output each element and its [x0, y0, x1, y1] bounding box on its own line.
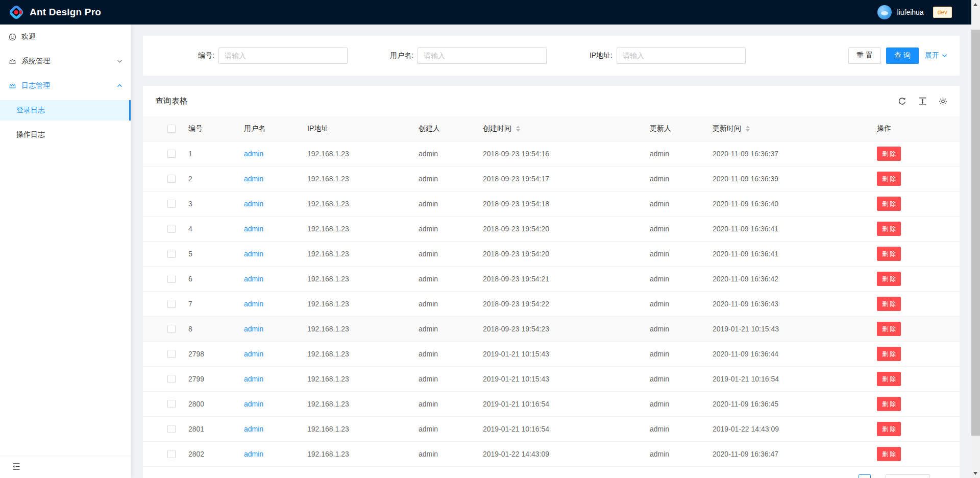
row-checkbox[interactable] — [167, 275, 176, 283]
row-checkbox[interactable] — [167, 350, 176, 358]
username-link[interactable]: admin — [244, 350, 263, 358]
row-checkbox[interactable] — [167, 400, 176, 408]
row-checkbox[interactable] — [167, 225, 176, 233]
query-button[interactable]: 查 询 — [886, 47, 919, 64]
delete-button[interactable]: 删 除 — [877, 322, 901, 336]
row-checkbox[interactable] — [167, 200, 176, 208]
menu-fold-icon[interactable] — [12, 463, 21, 471]
column-height-icon[interactable] — [918, 97, 927, 106]
ip-input[interactable] — [617, 47, 746, 64]
username-link[interactable]: admin — [244, 175, 263, 183]
caret-sorter-icon[interactable] — [746, 126, 750, 132]
pagination-current-page[interactable] — [859, 474, 871, 478]
username-input[interactable] — [418, 47, 547, 64]
sidebar-item-system-management[interactable]: 系统管理 — [0, 51, 131, 71]
delete-button[interactable]: 删 除 — [877, 447, 901, 461]
cell-username: admin — [244, 250, 307, 258]
row-checkbox[interactable] — [167, 150, 176, 158]
logo-area[interactable]: Ant Design Pro — [8, 4, 101, 20]
cell-updater: admin — [650, 400, 713, 408]
table-row: 2800 admin 192.168.1.23 admin 2019-01-21… — [143, 392, 960, 417]
chevron-down-icon — [117, 59, 122, 63]
username-link[interactable]: admin — [244, 325, 263, 333]
row-checkbox[interactable] — [167, 175, 176, 183]
caret-sorter-icon[interactable] — [516, 126, 520, 132]
delete-button[interactable]: 删 除 — [877, 172, 901, 186]
crown-icon — [8, 57, 16, 65]
sidebar-item-login-log[interactable]: 登录日志 — [0, 100, 131, 121]
row-checkbox[interactable] — [167, 450, 176, 458]
cell-updater: admin — [650, 350, 713, 358]
username-link[interactable]: admin — [244, 225, 263, 233]
cell-updated: 2020-11-09 16:36:42 — [713, 275, 877, 283]
row-checkbox[interactable] — [167, 425, 176, 433]
cell-username: admin — [244, 225, 307, 233]
username-link[interactable]: admin — [244, 150, 263, 158]
delete-button[interactable]: 删 除 — [877, 397, 901, 411]
delete-button[interactable]: 删 除 — [877, 347, 901, 361]
sidebar: 欢迎 系统管理 日志管理 登录日志 — [0, 25, 131, 478]
cell-created: 2018-09-23 19:54:20 — [483, 225, 650, 233]
cell-creator: admin — [419, 450, 483, 458]
delete-button[interactable]: 删 除 — [877, 297, 901, 311]
username-link[interactable]: admin — [244, 250, 263, 258]
cell-updater: admin — [650, 425, 713, 433]
delete-button[interactable]: 删 除 — [877, 197, 901, 211]
reset-button[interactable]: 重 置 — [848, 47, 881, 64]
pagination-size-select[interactable] — [886, 474, 930, 478]
username-link[interactable]: admin — [244, 375, 263, 383]
cell-updated: 2020-11-09 16:36:41 — [713, 225, 877, 233]
delete-button[interactable]: 删 除 — [877, 422, 901, 436]
column-header-created[interactable]: 创建时间 — [483, 124, 511, 133]
expand-link[interactable]: 展开 — [925, 51, 947, 60]
username-link[interactable]: admin — [244, 400, 263, 408]
cell-id: 2 — [188, 175, 244, 183]
user-avatar[interactable] — [877, 5, 892, 19]
cell-creator: admin — [419, 325, 483, 333]
delete-button[interactable]: 删 除 — [877, 372, 901, 386]
delete-button[interactable]: 删 除 — [877, 222, 901, 236]
sidebar-item-welcome[interactable]: 欢迎 — [0, 27, 131, 47]
cell-updated: 2020-11-09 16:36:43 — [713, 300, 877, 308]
username-link[interactable]: admin — [244, 200, 263, 208]
row-checkbox[interactable] — [167, 325, 176, 333]
select-all-checkbox[interactable] — [167, 125, 176, 133]
cell-username: admin — [244, 200, 307, 208]
cell-id: 2801 — [188, 425, 244, 433]
cell-created: 2018-09-23 19:54:21 — [483, 275, 650, 283]
username-link[interactable]: admin — [244, 425, 263, 433]
delete-button[interactable]: 删 除 — [877, 247, 901, 261]
delete-button[interactable]: 删 除 — [877, 147, 901, 161]
column-header-updated[interactable]: 更新时间 — [713, 124, 741, 133]
table-card: 查询表格 — [143, 86, 960, 478]
expand-label: 展开 — [925, 51, 939, 60]
username-link[interactable]: admin — [244, 450, 263, 458]
cell-username: admin — [244, 325, 307, 333]
cell-updated: 2019-01-22 14:43:09 — [713, 425, 877, 433]
row-checkbox[interactable] — [167, 300, 176, 308]
sidebar-item-log-management[interactable]: 日志管理 — [0, 76, 131, 96]
reload-icon[interactable] — [898, 97, 906, 106]
table-row: 2 admin 192.168.1.23 admin 2018-09-23 19… — [143, 166, 960, 192]
cell-created: 2019-01-21 10:16:54 — [483, 400, 650, 408]
field-label: 编号: — [155, 51, 214, 60]
scrollbar-thumb[interactable] — [971, 30, 980, 436]
cell-username: admin — [244, 275, 307, 283]
row-checkbox[interactable] — [167, 250, 176, 258]
id-input[interactable] — [218, 47, 348, 64]
setting-icon[interactable] — [939, 97, 947, 106]
cell-updated: 2019-01-21 10:16:54 — [713, 375, 877, 383]
scrollbar-down-arrow[interactable] — [973, 472, 977, 475]
smile-icon — [8, 33, 16, 41]
delete-button[interactable]: 删 除 — [877, 272, 901, 286]
search-form: 编号: 用户名: IP地址: 重 置 查 询 展开 — [143, 36, 960, 76]
user-name[interactable]: liufeihua — [897, 8, 923, 16]
sidebar-item-operation-log[interactable]: 操作日志 — [0, 125, 131, 145]
username-link[interactable]: admin — [244, 275, 263, 283]
row-checkbox[interactable] — [167, 375, 176, 383]
cell-creator: admin — [419, 400, 483, 408]
username-link[interactable]: admin — [244, 300, 263, 308]
page-scrollbar[interactable] — [971, 0, 980, 478]
scrollbar-up-arrow[interactable] — [973, 3, 977, 6]
form-item-ip: IP地址: — [553, 47, 746, 64]
